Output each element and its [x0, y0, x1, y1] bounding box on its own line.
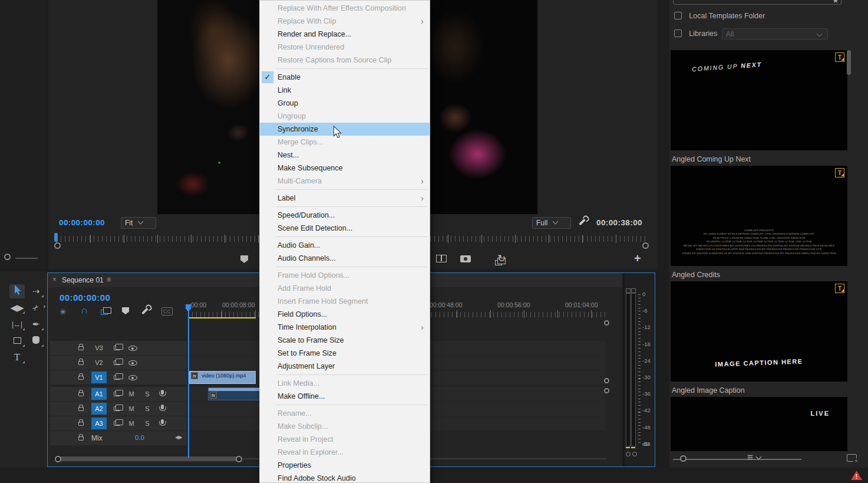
lock-icon[interactable]: [78, 361, 84, 365]
menu-item-field-options[interactable]: Field Options...: [260, 308, 430, 321]
mic-icon[interactable]: [161, 405, 164, 409]
track-header-a3[interactable]: A3MS: [50, 416, 187, 431]
track-header-a1[interactable]: A1MS: [50, 387, 187, 401]
comparison-view-button[interactable]: [436, 255, 447, 262]
mute-button[interactable]: M: [127, 404, 136, 413]
template-thumb-angled-image-caption[interactable]: TIMAGE CAPTION HERE: [671, 281, 847, 382]
source-patch-icon[interactable]: [114, 421, 120, 426]
vertical-scroll-knob-mid1[interactable]: [604, 378, 609, 383]
track-badge[interactable]: A2: [91, 403, 107, 415]
lock-icon[interactable]: [78, 436, 84, 441]
track-header-v3[interactable]: V3: [50, 341, 187, 355]
selection-tool[interactable]: [9, 284, 25, 298]
solo-button[interactable]: S: [143, 389, 152, 399]
h-scroll-knob-left[interactable]: [55, 456, 61, 462]
snap-magnet-icon[interactable]: ∩: [81, 305, 88, 317]
menu-item-render-and-replace[interactable]: Render and Replace...: [260, 28, 430, 41]
meter-speaker-right-icon[interactable]: [632, 452, 637, 456]
libraries-checkbox[interactable]: [674, 29, 682, 37]
template-thumb-angled-credits[interactable]: TCOMPANY PRESENTSIN ASSOCIATION WITH PAR…: [671, 166, 847, 266]
overwrite-button[interactable]: ↻: [497, 252, 506, 265]
source-patch-icon[interactable]: [114, 346, 120, 350]
menu-item-enable[interactable]: ✓Enable: [260, 71, 430, 84]
track-badge[interactable]: A1: [91, 388, 107, 400]
program-scrollbar-knob[interactable]: [642, 242, 649, 249]
keyframe-nav-icon[interactable]: ◀▶: [175, 435, 182, 440]
solo-button[interactable]: S: [143, 404, 152, 413]
track-header-v1[interactable]: V1: [50, 370, 187, 385]
menu-item-scene-edit-detection[interactable]: Scene Edit Detection...: [260, 222, 430, 235]
sort-menu-button[interactable]: ≡: [747, 452, 761, 464]
warning-icon[interactable]: !: [851, 471, 862, 480]
menu-item-make-offline[interactable]: Make Offline...: [260, 390, 430, 403]
menu-item-adjustment-layer[interactable]: Adjustment Layer: [260, 360, 430, 373]
h-scrollbar-thumb[interactable]: [58, 456, 240, 461]
source-scrollbar-knob[interactable]: [54, 242, 61, 249]
close-icon[interactable]: ×: [52, 275, 57, 284]
lock-icon[interactable]: [78, 346, 84, 350]
menu-item-scale-to-frame-size[interactable]: Scale to Frame Size: [260, 334, 430, 347]
panel-zoom-knob[interactable]: [4, 254, 11, 260]
program-zoom-dropdown[interactable]: Full: [532, 217, 571, 229]
menu-item-audio-gain[interactable]: Audio Gain...: [260, 239, 430, 252]
lock-icon[interactable]: [78, 422, 84, 426]
source-patch-icon[interactable]: [114, 375, 120, 380]
menu-item-link[interactable]: Link: [260, 84, 430, 97]
toggle-output-eye-icon[interactable]: [128, 346, 137, 351]
thumb-size-slider-track[interactable]: [673, 459, 801, 460]
source-patch-icon[interactable]: [114, 406, 120, 411]
mute-button[interactable]: M: [127, 389, 136, 399]
track-badge[interactable]: V3: [91, 342, 107, 354]
vertical-scroll-knob-top[interactable]: [604, 320, 609, 326]
track-select-forward-tool[interactable]: ⇢: [28, 284, 44, 298]
menu-item-synchronize[interactable]: Synchronize: [260, 123, 430, 136]
solo-button[interactable]: S: [143, 419, 152, 428]
ripple-edit-tool[interactable]: ◀▶: [9, 301, 25, 315]
panel-menu-icon[interactable]: ≡: [107, 275, 111, 284]
meter-speaker-left-icon[interactable]: [626, 452, 631, 456]
rectangle-tool[interactable]: [9, 334, 25, 348]
template-thumb-angled-coming-up-next[interactable]: TCOMING UP NEXT: [671, 50, 847, 150]
slip-tool[interactable]: |↔|: [9, 317, 25, 331]
panel-zoom-track[interactable]: [15, 258, 38, 259]
mix-volume-value[interactable]: 0.0: [135, 434, 144, 441]
hand-tool[interactable]: [28, 334, 44, 348]
menu-item-properties[interactable]: Properties: [260, 459, 430, 472]
menu-item-time-interpolation[interactable]: Time Interpolation›: [260, 321, 430, 334]
menu-item-speed-duration[interactable]: Speed/Duration...: [260, 209, 430, 222]
source-patch-icon[interactable]: [114, 360, 120, 365]
track-badge[interactable]: A3: [91, 418, 107, 429]
timeline-settings-wrench-icon[interactable]: [141, 307, 148, 314]
local-templates-checkbox[interactable]: [674, 12, 682, 19]
add-marker-button[interactable]: [240, 255, 248, 263]
track-header-mix[interactable]: Mix0.0◀▶: [50, 431, 187, 445]
track-badge[interactable]: V2: [91, 357, 107, 369]
libraries-row[interactable]: Libraries: [674, 29, 717, 38]
timeline-add-marker-icon[interactable]: [122, 307, 129, 314]
settings-wrench-icon[interactable]: [579, 218, 586, 225]
track-badge[interactable]: V1: [91, 372, 107, 383]
menu-item-audio-channels[interactable]: Audio Channels...: [260, 252, 430, 265]
timeline-tab-title[interactable]: Sequence 01: [62, 276, 104, 284]
h-scroll-knob-right[interactable]: [236, 456, 242, 462]
template-thumb-item[interactable]: LIVE: [671, 397, 847, 451]
menu-item-set-to-frame-size[interactable]: Set to Frame Size: [260, 347, 430, 360]
export-frame-button[interactable]: [460, 255, 471, 262]
lock-icon[interactable]: [78, 376, 84, 380]
thumb-size-slider-knob[interactable]: [680, 455, 687, 462]
mic-icon[interactable]: [161, 419, 164, 424]
template-search-input[interactable]: [673, 0, 841, 5]
linked-selection-icon[interactable]: [101, 308, 108, 317]
menu-item-nest[interactable]: Nest...: [260, 149, 430, 162]
nest-toggle-icon[interactable]: ✳: [60, 307, 67, 317]
menu-item-find-adobe-stock-audio[interactable]: Find Adobe Stock Audio: [260, 472, 430, 483]
menu-item-label[interactable]: Label›: [260, 192, 430, 205]
source-zoom-dropdown[interactable]: Fit: [121, 217, 156, 229]
pen-tool[interactable]: ✒: [28, 317, 44, 331]
track-header-a2[interactable]: A2MS: [50, 402, 187, 416]
track-header-v2[interactable]: V2: [50, 356, 187, 370]
mute-button[interactable]: M: [127, 419, 136, 428]
menu-item-group[interactable]: Group: [260, 97, 430, 110]
vertical-scroll-knob-mid2[interactable]: [604, 388, 609, 393]
lock-icon[interactable]: [78, 392, 84, 396]
